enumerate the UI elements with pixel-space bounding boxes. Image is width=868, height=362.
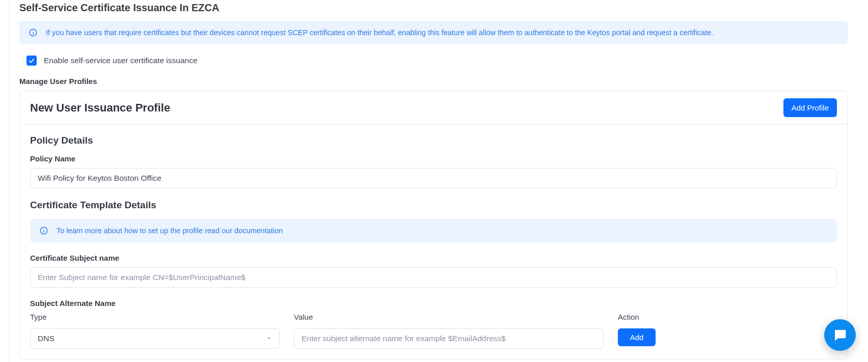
subject-name-label: Certificate Subject name [30, 254, 837, 262]
san-type-value: DNS [38, 334, 55, 343]
policy-details-heading: Policy Details [30, 135, 837, 146]
manage-profiles-label: Manage User Profiles [19, 77, 848, 86]
info-icon [29, 28, 38, 37]
info-banner-self-service: If you have users that require certifica… [19, 21, 848, 44]
card-header-title: New User Issuance Profile [30, 101, 170, 115]
enable-self-service-label: Enable self-service user certificate iss… [44, 56, 198, 65]
svg-point-2 [33, 31, 34, 32]
policy-name-input[interactable] [30, 168, 837, 188]
info-icon [39, 226, 48, 235]
san-type-label: Type [30, 313, 280, 321]
san-heading: Subject Alternate Name [30, 299, 837, 308]
template-details-heading: Certificate Template Details [30, 200, 837, 211]
card-header: New User Issuance Profile Add Profile [20, 91, 847, 125]
san-action-label: Action [618, 313, 669, 321]
enable-self-service-row: Enable self-service user certificate iss… [26, 55, 848, 66]
page-title: Self-Service Certificate Issuance In EZC… [19, 2, 848, 14]
card-edge [9, 0, 9, 362]
info-banner-text: If you have users that require certifica… [46, 29, 713, 37]
info-banner-docs: To learn more about how to set up the pr… [30, 219, 837, 242]
caret-down-icon [266, 334, 272, 343]
svg-point-5 [43, 229, 44, 230]
san-add-button[interactable]: Add [618, 328, 656, 346]
san-row: Type DNS Value Action Add [30, 313, 837, 349]
chat-fab[interactable] [824, 319, 856, 351]
docs-link[interactable]: To learn more about how to set up the pr… [57, 227, 283, 235]
check-icon [28, 57, 35, 64]
subject-name-input[interactable] [30, 267, 837, 288]
chat-icon [832, 327, 848, 343]
issuance-profile-card: New User Issuance Profile Add Profile Po… [19, 91, 848, 359]
san-value-input[interactable] [294, 328, 604, 349]
san-type-select[interactable]: DNS [30, 328, 280, 349]
add-profile-button[interactable]: Add Profile [783, 98, 837, 117]
enable-self-service-checkbox[interactable] [26, 55, 37, 66]
policy-name-label: Policy Name [30, 154, 837, 163]
san-value-label: Value [294, 313, 604, 321]
